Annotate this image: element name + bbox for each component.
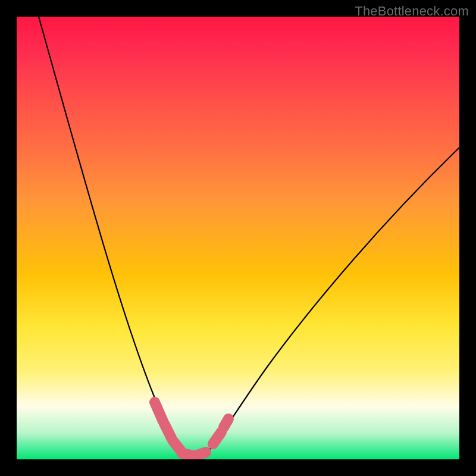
optimal-range-highlight	[155, 402, 228, 456]
watermark-text: TheBottleneck.com	[355, 4, 469, 19]
chart-frame: TheBottleneck.com	[0, 0, 476, 476]
chart-svg	[17, 17, 459, 459]
bottleneck-curve-line	[39, 17, 459, 456]
